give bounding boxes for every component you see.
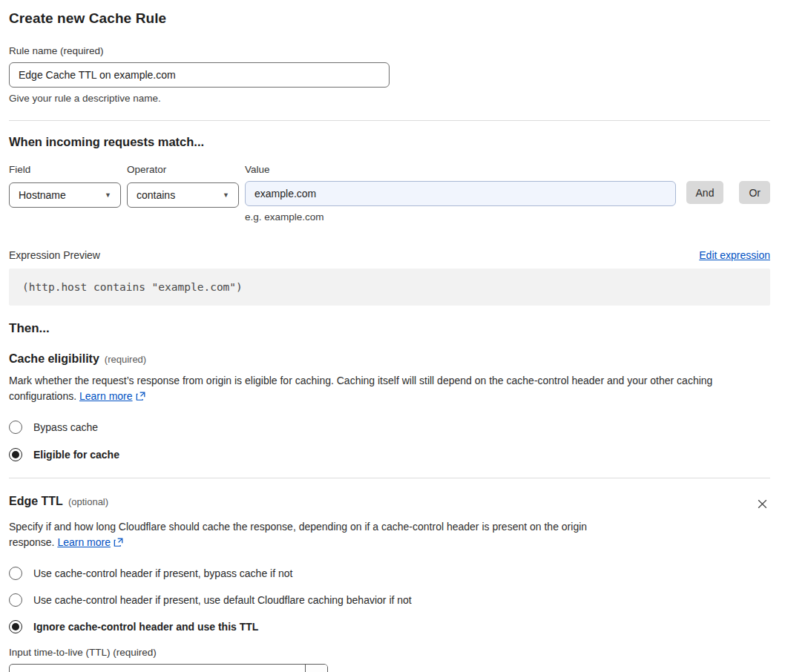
ttl-select-value: 1 day <box>10 665 305 672</box>
edit-expression-link[interactable]: Edit expression <box>699 249 770 261</box>
chevron-down-icon: ▼ <box>105 192 111 199</box>
radio-option[interactable]: Use cache-control header if present, byp… <box>9 567 770 580</box>
expression-preview-label: Expression Preview <box>9 249 100 261</box>
edge-ttl-options: Use cache-control header if present, byp… <box>9 567 770 633</box>
radio-option[interactable]: Eligible for cache <box>9 448 770 461</box>
field-select[interactable]: Hostname ▼ <box>9 182 121 208</box>
edge-ttl-description: Specify if and how long Cloudflare shoul… <box>9 519 631 552</box>
expression-header: Expression Preview Edit expression <box>9 249 770 261</box>
then-heading: Then... <box>9 321 770 336</box>
matcher-row: Field Hostname ▼ Operator contains ▼ Val… <box>9 164 770 223</box>
learn-more-link[interactable]: Learn more <box>79 390 133 402</box>
divider <box>9 120 770 121</box>
close-edge-ttl-button[interactable] <box>755 496 770 512</box>
radio-option[interactable]: Bypass cache <box>9 421 770 434</box>
cache-eligibility-header: Cache eligibility (required) <box>9 352 770 366</box>
value-help: e.g. example.com <box>245 211 676 223</box>
radio-option-label: Ignore cache-control header and use this… <box>33 621 258 633</box>
edge-ttl-header: Edge TTL (optional) <box>9 495 770 512</box>
radio-option-label: Eligible for cache <box>33 449 119 461</box>
cache-eligibility-options: Bypass cache Eligible for cache <box>9 421 770 461</box>
radio-option-label: Bypass cache <box>33 421 98 433</box>
cache-eligibility-description: Mark whether the request’s response from… <box>9 373 760 406</box>
rule-name-help: Give your rule a descriptive name. <box>9 93 770 104</box>
ttl-select[interactable]: 1 day ▼ <box>9 664 328 672</box>
operator-column: Operator contains ▼ <box>127 164 239 208</box>
rule-name-group: Rule name (required) Give your rule a de… <box>9 45 770 104</box>
and-button[interactable]: And <box>686 181 724 204</box>
page-title: Create new Cache Rule <box>9 10 770 27</box>
radio-option[interactable]: Use cache-control header if present, use… <box>9 593 770 607</box>
radio-option-label: Use cache-control header if present, use… <box>33 594 412 606</box>
value-column: Value e.g. example.com <box>245 164 676 223</box>
close-icon <box>756 501 769 513</box>
cache-eligibility-title: Cache eligibility <box>9 352 99 366</box>
radio-icon <box>9 593 22 607</box>
radio-option[interactable]: Ignore cache-control header and use this… <box>9 620 770 633</box>
edge-ttl-section: Edge TTL (optional) Specify if and how l… <box>9 495 770 672</box>
external-link-icon <box>114 536 124 552</box>
learn-more-link[interactable]: Learn more <box>57 536 111 548</box>
radio-icon <box>9 421 22 434</box>
field-label: Field <box>9 164 121 175</box>
required-badge: (required) <box>105 354 146 365</box>
match-heading: When incoming requests match... <box>9 135 770 149</box>
operator-label: Operator <box>127 164 239 175</box>
radio-icon <box>9 448 22 461</box>
rule-name-input[interactable] <box>9 62 390 88</box>
or-button[interactable]: Or <box>739 181 770 204</box>
operator-select[interactable]: contains ▼ <box>127 182 239 208</box>
ttl-label: Input time-to-live (TTL) (required) <box>9 647 770 658</box>
radio-icon <box>9 620 22 633</box>
external-link-icon <box>136 390 146 406</box>
operator-select-value: contains <box>137 189 175 201</box>
radio-icon <box>9 567 22 580</box>
divider <box>9 478 770 478</box>
rule-name-label: Rule name (required) <box>9 45 770 56</box>
and-or-buttons: And Or <box>686 164 770 204</box>
value-input[interactable] <box>245 181 676 206</box>
optional-badge: (optional) <box>68 496 108 507</box>
cache-eligibility-section: Cache eligibility (required) Mark whethe… <box>9 352 770 461</box>
expression-code: (http.host contains "example.com") <box>9 269 770 306</box>
field-select-value: Hostname <box>19 189 66 201</box>
ttl-group: Input time-to-live (TTL) (required) 1 da… <box>9 647 770 672</box>
create-cache-rule-form: Create new Cache Rule Rule name (require… <box>0 0 785 672</box>
chevron-down-icon: ▼ <box>223 192 229 199</box>
edge-ttl-title: Edge TTL <box>9 495 63 508</box>
field-column: Field Hostname ▼ <box>9 164 121 208</box>
value-label: Value <box>245 164 676 175</box>
radio-option-label: Use cache-control header if present, byp… <box>33 567 292 579</box>
chevron-down-icon: ▼ <box>305 665 327 672</box>
